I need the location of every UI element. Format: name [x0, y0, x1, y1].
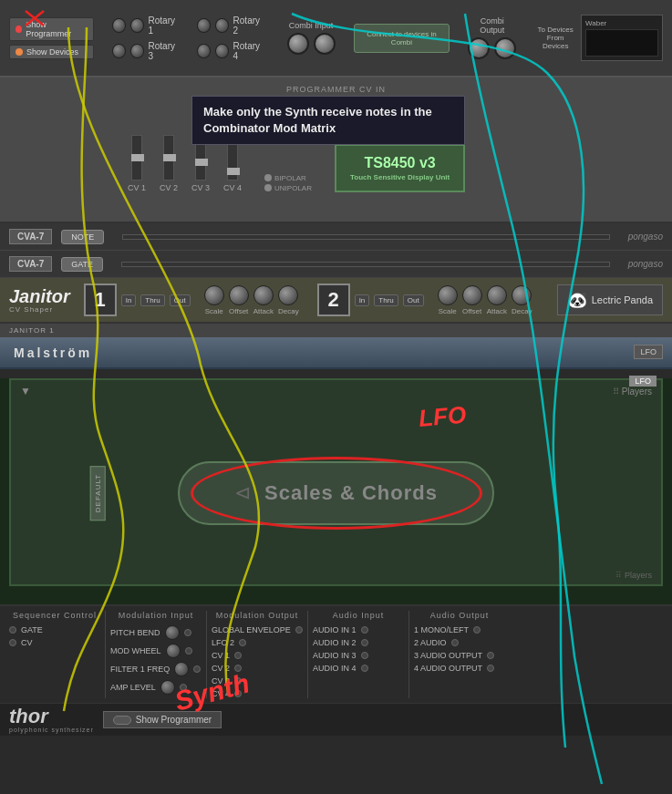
- rotary-3-knob2[interactable]: [130, 44, 144, 58]
- scale-knob-1[interactable]: [204, 285, 224, 305]
- lfo-small-badge: LFO: [634, 345, 663, 359]
- connect-label: Connect to devices in Combi: [367, 30, 437, 46]
- cv1-slider[interactable]: [131, 135, 142, 180]
- aout3-led: [487, 652, 494, 659]
- filter-freq-row: FILTER 1 FREQ: [110, 662, 202, 676]
- rotary-4-label: Rotary 4: [233, 41, 264, 61]
- programmer-section: PROGRAMMER CV IN Make only the Synth rec…: [0, 77, 672, 223]
- pitch-bend-knob[interactable]: [165, 625, 180, 640]
- aout-1-row: 1 MONO/LEFT: [414, 625, 505, 634]
- combi-output-knob-R[interactable]: [494, 37, 516, 59]
- cva7-note-row: CVA-7 NOTE pongaso: [0, 223, 672, 251]
- combi-output-knob-L[interactable]: [468, 37, 490, 59]
- combinator-left-buttons: Show Programmer Show Devices: [9, 17, 94, 59]
- divider-1: [105, 611, 106, 698]
- amp-knob[interactable]: [160, 680, 175, 695]
- malstrom-header: Malström LFO: [0, 337, 672, 369]
- decay-section-2: Decay: [512, 285, 532, 315]
- lectric-panda-label: Lectric Panda: [592, 294, 653, 305]
- cv4-label: CV 4: [223, 183, 242, 192]
- combinator-top: Show Programmer Show Devices Rotary 1 Ro…: [0, 0, 672, 77]
- offset-knob-1[interactable]: [229, 285, 249, 305]
- cv4-slider[interactable]: [227, 144, 238, 180]
- ge-led: [295, 626, 303, 634]
- filter-knob[interactable]: [174, 662, 189, 676]
- scale-knob-2[interactable]: [438, 285, 458, 305]
- collapse-arrow[interactable]: ▼: [20, 385, 31, 397]
- offset-knob-2[interactable]: [462, 285, 482, 305]
- connect-to-devices-box[interactable]: Connect to devices in Combi: [354, 24, 450, 53]
- mod-wheel-knob[interactable]: [166, 644, 181, 658]
- attack-label-2: Attack: [487, 307, 507, 315]
- cv1-out-row: CV 1: [212, 651, 303, 660]
- attack-knob-2[interactable]: [487, 285, 507, 305]
- scales-chords-area: DEFAULT ⊲ Scales & Chords: [11, 402, 661, 584]
- show-programmer-label: Show Programmer: [26, 20, 88, 38]
- gate-row: GATE: [9, 625, 100, 634]
- rotary-4-knob[interactable]: [197, 44, 211, 58]
- malstrom-title: Malström: [14, 345, 92, 360]
- cv3-slider[interactable]: [195, 144, 206, 180]
- aout-4-row: 4 AUDIO OUTPUT: [414, 664, 505, 673]
- rotary-2-knob2[interactable]: [215, 18, 229, 33]
- ain3-led: [361, 652, 368, 659]
- rotary-2: Rotary 2: [197, 15, 264, 36]
- unipolar-label: UNIPOLAR: [274, 184, 312, 192]
- malstrom-topbar: ▼ ⠿ Players: [11, 380, 661, 402]
- thru-btn-1[interactable]: Thru: [140, 294, 164, 306]
- combi-output-label: Combi Output: [468, 16, 516, 35]
- combi-input-knob-R[interactable]: [314, 33, 336, 55]
- combi-input-knob-L[interactable]: [287, 33, 309, 55]
- scale-label-2: Scale: [439, 307, 457, 315]
- rotary-3-knob[interactable]: [112, 44, 126, 58]
- audio-input-col: Audio Input AUDIO IN 1 AUDIO IN 2 AUDIO …: [313, 611, 404, 698]
- lectric-panda-badge: 🐼 Lectric Panda: [557, 284, 663, 315]
- bipolar-label: BIPOLAR: [274, 174, 306, 182]
- out-btn-1[interactable]: Out: [170, 294, 191, 306]
- thru-btn-2[interactable]: Thru: [374, 294, 398, 306]
- attack-knob-1[interactable]: [253, 285, 274, 305]
- ain2-led: [361, 639, 368, 646]
- combi-io-section: Combi Input Connect to devices in Combi …: [287, 16, 517, 59]
- in-btn-1[interactable]: In: [121, 294, 137, 306]
- cv2-slider[interactable]: [163, 135, 174, 180]
- waber-text: Waber: [585, 19, 658, 27]
- rotary-1-knob2[interactable]: [130, 18, 144, 33]
- rotary-4-knob2[interactable]: [215, 44, 229, 58]
- cv-num-1: 1: [84, 284, 117, 316]
- audio-input-title: Audio Input: [313, 611, 404, 620]
- decay-knob-1[interactable]: [278, 285, 298, 305]
- show-programmer-button[interactable]: Show Programmer: [9, 17, 94, 41]
- ts8450-display: TS8450 v3 Touch Sensitive Display Unit: [335, 144, 465, 192]
- decay-label-2: Decay: [512, 307, 532, 315]
- aout2-led: [451, 639, 459, 646]
- ff-led: [193, 665, 201, 673]
- decay-knob-2[interactable]: [512, 285, 532, 305]
- cv2-io: 2 In Thru Out: [317, 284, 424, 316]
- offset-section-1: Offset: [229, 285, 249, 315]
- cv2-out-row: CV 2: [212, 664, 303, 673]
- devices-led: [16, 48, 23, 56]
- attack-section-1: Attack: [253, 285, 274, 315]
- thor-show-prog-label: Show Programmer: [136, 715, 212, 725]
- waber-display: Waber: [581, 15, 663, 61]
- janitor-logo: Janitor CV Shaper: [9, 287, 70, 314]
- combinator-right: Waber: [581, 15, 663, 61]
- show-devices-button[interactable]: Show Devices: [9, 45, 94, 59]
- rotary-4: Rotary 4: [197, 41, 264, 61]
- rotary-2-knob[interactable]: [197, 18, 211, 33]
- in-btn-2[interactable]: In: [355, 294, 370, 306]
- show-devices-label: Show Devices: [26, 47, 78, 57]
- out-btn-2[interactable]: Out: [403, 294, 424, 306]
- rotary-controls: Rotary 1 Rotary 2 Rotary 3 Rotary 4: [112, 15, 264, 61]
- tooltip-box: Make only the Synth receive notes in the…: [191, 96, 465, 145]
- attack-section-2: Attack: [487, 285, 507, 315]
- decay-label-1: Decay: [278, 307, 299, 315]
- rotary-1-knob[interactable]: [112, 18, 126, 33]
- cv2-label: CV 2: [160, 183, 178, 192]
- mod-wheel-row: MOD WHEEL: [110, 644, 202, 658]
- cva7-note-bar: [122, 234, 609, 240]
- aout1-led: [473, 626, 481, 634]
- thor-show-programmer-button[interactable]: Show Programmer: [103, 711, 222, 728]
- scales-chords-button[interactable]: ⊲ Scales & Chords: [178, 461, 494, 525]
